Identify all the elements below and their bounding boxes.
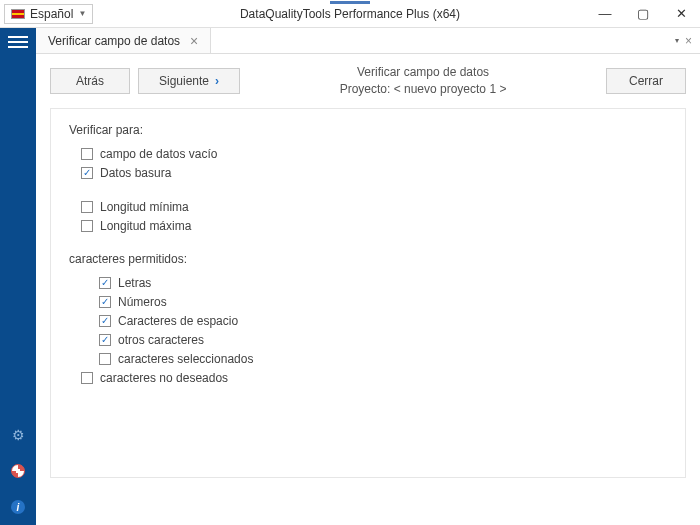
- checkbox[interactable]: [81, 372, 93, 384]
- titlebar: Español ▼ DataQualityTools Performance P…: [0, 0, 700, 28]
- chevron-down-icon: ▼: [78, 9, 86, 18]
- check-min-length[interactable]: Longitud mínima: [81, 200, 667, 214]
- check-label: caracteres no deseados: [100, 371, 228, 385]
- tab-menu-caret[interactable]: ▾: [675, 36, 679, 45]
- main-area: ⚙ i Verificar campo de datos × ▾ × Atrás…: [0, 28, 700, 525]
- checkbox[interactable]: [99, 315, 111, 327]
- tab-close-icon[interactable]: ×: [190, 33, 198, 49]
- options-panel: Verificar para: campo de datos vacío Dat…: [50, 108, 686, 478]
- check-spaces[interactable]: Caracteres de espacio: [99, 314, 667, 328]
- check-label: caracteres seleccionados: [118, 352, 253, 366]
- info-icon[interactable]: i: [10, 499, 26, 515]
- lifebuoy-icon[interactable]: [10, 463, 26, 479]
- checkbox[interactable]: [81, 201, 93, 213]
- checkbox[interactable]: [81, 167, 93, 179]
- window-controls: — ▢ ✕: [586, 1, 700, 27]
- step-header: Verificar campo de datos Proyecto: < nue…: [248, 64, 598, 98]
- step-subtitle: Proyecto: < nuevo proyecto 1 >: [248, 81, 598, 98]
- maximize-button[interactable]: ▢: [624, 1, 662, 27]
- tab-close-all[interactable]: ×: [685, 34, 692, 48]
- tabbar: Verificar campo de datos × ▾ ×: [36, 28, 700, 54]
- check-label: Números: [118, 295, 167, 309]
- check-label: Caracteres de espacio: [118, 314, 238, 328]
- content: Verificar campo de datos × ▾ × Atrás Sig…: [36, 28, 700, 525]
- chevron-right-icon: ›: [215, 74, 219, 88]
- checkbox[interactable]: [81, 220, 93, 232]
- check-numbers[interactable]: Números: [99, 295, 667, 309]
- flag-icon: [11, 9, 25, 19]
- toolbar: Atrás Siguiente › Verificar campo de dat…: [36, 54, 700, 108]
- check-label: Longitud mínima: [100, 200, 189, 214]
- step-title: Verificar campo de datos: [248, 64, 598, 81]
- tab-filler: ▾ ×: [211, 28, 700, 53]
- language-label: Español: [30, 7, 73, 21]
- checkbox[interactable]: [81, 148, 93, 160]
- check-empty-field[interactable]: campo de datos vacío: [81, 147, 667, 161]
- gear-icon[interactable]: ⚙: [10, 427, 26, 443]
- tab-verify-data-field[interactable]: Verificar campo de datos ×: [36, 28, 211, 53]
- check-max-length[interactable]: Longitud máxima: [81, 219, 667, 233]
- check-selected[interactable]: caracteres seleccionados: [99, 352, 667, 366]
- next-button[interactable]: Siguiente ›: [138, 68, 240, 94]
- allowed-chars-label: caracteres permitidos:: [69, 252, 667, 266]
- sidebar: ⚙ i: [0, 28, 36, 525]
- minimize-button[interactable]: —: [586, 1, 624, 27]
- close-button[interactable]: Cerrar: [606, 68, 686, 94]
- check-label: otros caracteres: [118, 333, 204, 347]
- check-other[interactable]: otros caracteres: [99, 333, 667, 347]
- tab-label: Verificar campo de datos: [48, 34, 180, 48]
- language-selector[interactable]: Español ▼: [4, 4, 93, 24]
- check-label: Longitud máxima: [100, 219, 191, 233]
- check-letters[interactable]: Letras: [99, 276, 667, 290]
- verify-for-label: Verificar para:: [69, 123, 667, 137]
- checkbox[interactable]: [99, 334, 111, 346]
- hamburger-icon[interactable]: [8, 34, 28, 50]
- checkbox[interactable]: [99, 296, 111, 308]
- check-garbage[interactable]: Datos basura: [81, 166, 667, 180]
- checkbox[interactable]: [99, 277, 111, 289]
- check-unwanted[interactable]: caracteres no deseados: [81, 371, 667, 385]
- title-accent: [330, 1, 370, 4]
- checkbox[interactable]: [99, 353, 111, 365]
- check-label: campo de datos vacío: [100, 147, 217, 161]
- back-button[interactable]: Atrás: [50, 68, 130, 94]
- check-label: Datos basura: [100, 166, 171, 180]
- close-window-button[interactable]: ✕: [662, 1, 700, 27]
- check-label: Letras: [118, 276, 151, 290]
